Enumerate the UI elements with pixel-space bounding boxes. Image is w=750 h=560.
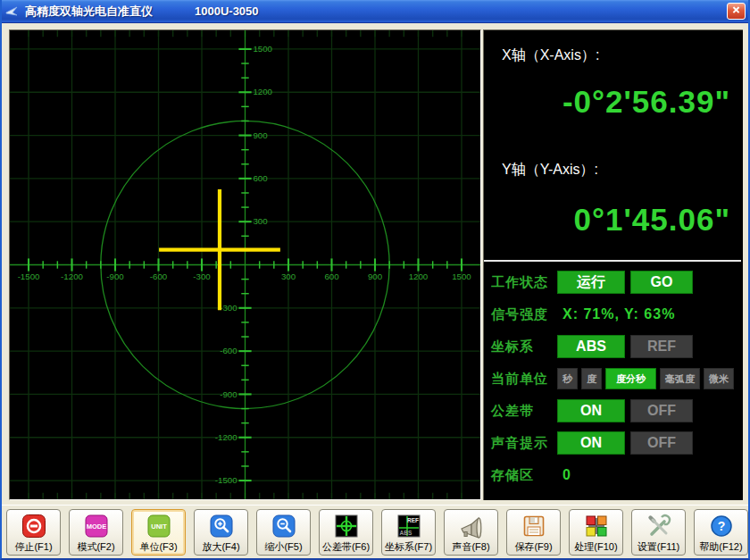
mode-icon: MODE (84, 514, 109, 539)
app-window: 高精度双轴光电自准直仪 1000U-3050 -1500-1200-900-60… (0, 0, 750, 560)
sound-off-button[interactable]: OFF (630, 431, 693, 455)
signal-strength-label: 信号强度 (491, 306, 557, 323)
work-status-row: 工作状态 运行 GO (491, 266, 741, 298)
toolbar-button-settings[interactable]: 设置(F11) (631, 509, 686, 556)
toolbar-button-label: 缩小(F5) (257, 540, 310, 554)
svg-text:1500: 1500 (253, 44, 272, 54)
coordinate-axes-icon: REFABS (396, 514, 421, 539)
abs-button[interactable]: ABS (557, 335, 625, 358)
unit-option-1[interactable]: 秒 (557, 368, 578, 389)
work-status-label: 工作状态 (491, 274, 557, 291)
svg-text:REF: REF (407, 517, 419, 523)
svg-text:600: 600 (324, 272, 338, 281)
tolerance-target-icon (334, 514, 359, 539)
unit-icon: UNIT (146, 514, 171, 539)
svg-text:900: 900 (253, 130, 267, 140)
svg-text:600: 600 (253, 173, 267, 183)
sound-on-button[interactable]: ON (557, 431, 625, 455)
unit-option-4[interactable]: 毫弧度 (660, 368, 700, 389)
unit-options: 秒度度分秒毫弧度微米 (557, 368, 738, 389)
svg-text:-1200: -1200 (215, 432, 238, 442)
sound-prompt-label: 声音提示 (491, 435, 557, 452)
toolbar-button-mode[interactable]: MODE模式(F2) (69, 509, 123, 556)
toolbar-button-label: 保存(F9) (507, 540, 560, 554)
tolerance-band-row: 公差带 ON OFF (491, 395, 741, 427)
close-button[interactable] (727, 3, 746, 20)
svg-text:900: 900 (368, 272, 382, 281)
toolbar-button-label: 帮助(F12) (695, 540, 747, 554)
svg-text:1500: 1500 (452, 272, 471, 281)
toolbar-button-label: 坐标系(F7) (382, 540, 435, 554)
panel-divider (484, 260, 741, 262)
question-mark-icon: ? (709, 514, 734, 539)
svg-text:300: 300 (253, 216, 267, 226)
svg-text:?: ? (717, 519, 725, 533)
svg-text:1200: 1200 (409, 272, 429, 281)
color-blocks-icon (584, 514, 609, 539)
svg-text:-600: -600 (150, 272, 167, 281)
stop-icon (21, 514, 46, 539)
y-axis-label: Y轴（Y-Axis）: (502, 161, 598, 180)
svg-text:-1500: -1500 (18, 272, 40, 281)
svg-text:1200: 1200 (253, 87, 272, 96)
toolbar-button-label: 处理(F10) (570, 540, 622, 554)
toolbar-button-zoom-in[interactable]: 放大(F4) (194, 509, 248, 556)
unit-option-3[interactable]: 度分秒 (605, 368, 656, 389)
readout-panel: X轴（X-Axis）: -0°2'56.39" Y轴（Y-Axis）: 0°1'… (483, 29, 743, 500)
status-panel: 工作状态 运行 GO 信号强度 X: 71%, Y: 63% 坐标系 ABS R… (491, 266, 741, 491)
app-icon (5, 4, 20, 19)
signal-strength-value: X: 71%, Y: 63% (557, 306, 675, 322)
zoom-in-icon (209, 514, 234, 539)
svg-text:-1200: -1200 (61, 272, 83, 281)
x-axis-value: -0°2'56.39" (562, 84, 730, 120)
toolbar-button-label: 停止(F1) (7, 540, 60, 554)
current-unit-label: 当前单位 (491, 371, 557, 388)
current-unit-row: 当前单位 秒度度分秒毫弧度微米 (491, 363, 741, 395)
titlebar: 高精度双轴光电自准直仪 1000U-3050 (0, 0, 750, 23)
toolbar-button-label: 公差带(F6) (320, 540, 372, 554)
toolbar-button-unit[interactable]: UNIT单位(F3) (131, 509, 186, 556)
signal-strength-row: 信号强度 X: 71%, Y: 63% (491, 298, 741, 330)
y-axis-value: 0°1'45.06" (574, 202, 730, 238)
measurement-cross (159, 189, 280, 310)
toolbar-button-label: 单位(F3) (132, 540, 185, 554)
ref-button[interactable]: REF (630, 335, 693, 358)
toolbar-button-save[interactable]: 保存(F9) (506, 509, 561, 556)
svg-text:ABS: ABS (399, 530, 412, 536)
go-button[interactable]: GO (630, 271, 693, 294)
svg-text:-1500: -1500 (215, 475, 238, 485)
svg-text:UNIT: UNIT (151, 522, 167, 531)
coordinate-system-row: 坐标系 ABS REF (491, 330, 741, 363)
toolbar-button-sound[interactable]: 声音(F8) (444, 509, 498, 556)
storage-label: 存储区 (491, 467, 557, 484)
window-subtitle: 1000U-3050 (195, 0, 259, 22)
tolerance-on-button[interactable]: ON (557, 399, 625, 422)
svg-text:-300: -300 (193, 272, 210, 281)
toolbar-button-stop[interactable]: 停止(F1) (6, 509, 61, 556)
sound-prompt-row: 声音提示 ON OFF (491, 427, 741, 459)
toolbar-button-label: 模式(F2) (70, 540, 122, 554)
unit-option-5[interactable]: 微米 (704, 368, 734, 389)
toolbar-button-tolerance-band[interactable]: 公差带(F6) (319, 509, 373, 556)
svg-text:-900: -900 (220, 389, 237, 399)
run-button[interactable]: 运行 (557, 271, 625, 294)
toolbar-button-help[interactable]: ?帮助(F12) (694, 509, 748, 556)
coordinate-system-label: 坐标系 (491, 339, 557, 355)
zoom-out-icon (271, 514, 296, 539)
toolbar-button-zoom-out[interactable]: 缩小(F5) (256, 509, 311, 556)
reticle-plot-panel: -1500-1200-900-600-30030060090012001500-… (9, 29, 481, 500)
svg-text:MODE: MODE (86, 522, 106, 531)
unit-option-2[interactable]: 度 (581, 368, 602, 389)
x-axis-label: X轴（X-Axis）: (502, 46, 599, 65)
toolbar-button-label: 声音(F8) (445, 540, 497, 554)
toolbar-button-process[interactable]: 处理(F10) (569, 509, 623, 556)
storage-value: 0 (557, 467, 571, 483)
svg-text:-600: -600 (220, 346, 237, 355)
storage-row: 存储区 0 (491, 459, 741, 491)
svg-text:-300: -300 (220, 303, 237, 313)
floppy-disk-icon (521, 514, 546, 539)
tolerance-off-button[interactable]: OFF (630, 399, 693, 422)
svg-text:300: 300 (281, 272, 296, 281)
reticle-svg: -1500-1200-900-600-30030060090012001500-… (10, 30, 480, 499)
toolbar-button-coordinate-system[interactable]: REFABS坐标系(F7) (381, 509, 436, 556)
